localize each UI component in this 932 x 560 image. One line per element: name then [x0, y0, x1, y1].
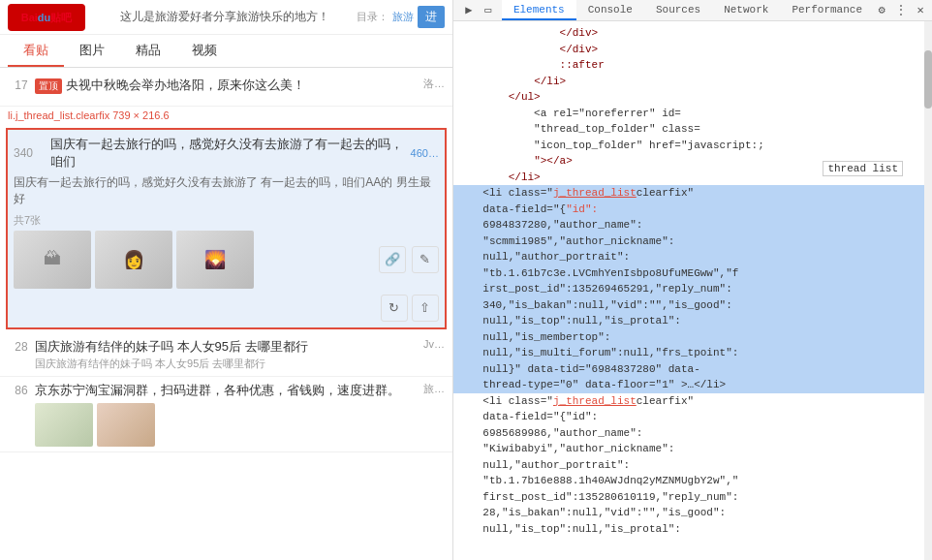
tab-image[interactable]: 图片	[64, 36, 120, 67]
code-line: <li class=" j_thread_list clearfix"	[453, 393, 932, 410]
tab-console[interactable]: Console	[576, 0, 644, 20]
thread-4-content: 京东苏宁淘宝漏洞群，扫码进群，各种优惠，省钱购，速度进群。	[35, 382, 416, 447]
code-line: "Kiwibabyi","author_nickname":	[453, 441, 932, 457]
tab-see[interactable]: 看贴	[8, 36, 64, 67]
thread-4-img-1	[35, 403, 93, 447]
header-subtitle: 这儿是旅游爱好者分享旅游快乐的地方！	[93, 9, 357, 25]
share-button[interactable]: 🔗	[379, 246, 406, 273]
code-line: null,"is_multi_forum":null,"frs_tpoint":	[453, 345, 932, 361]
code-line: 6984837280,"author_name":	[453, 217, 932, 233]
tab-network[interactable]: Network	[712, 0, 780, 20]
code-line: "tb.1.7b16e888.1h40AWJdnq2yMZNMUgbY2w","	[453, 473, 932, 489]
hl-reply-count: 340	[14, 146, 43, 160]
tab-featured[interactable]: 精品	[120, 36, 176, 67]
thread-3-content: 国庆旅游有结伴的妹子吗 本人女95后 去哪里都行 国庆旅游有结伴的妹子吗 本人女…	[35, 338, 416, 371]
thread-reply-count: 17	[8, 77, 35, 92]
code-line: "icon_top_folder" href="javascript:;	[453, 138, 932, 154]
tab-sources[interactable]: Sources	[644, 0, 712, 20]
edit-button[interactable]: ✎	[412, 246, 439, 273]
content-area: 17 置顶 央视中秋晚会举办地洛阳，原来你这么美！ 洛… li.j_thread…	[0, 68, 452, 560]
baidu-logo: Baidu贴吧	[8, 4, 85, 31]
code-line: null,"is_top":null,"is_protal":	[453, 313, 932, 329]
thread-title[interactable]: 央视中秋晚会举办地洛阳，原来你这么美！	[66, 77, 416, 94]
scrollbar-thumb[interactable]	[924, 50, 932, 109]
thread-row-4: 86 京东苏宁淘宝漏洞群，扫码进群，各种优惠，省钱购，速度进群。 旅…	[0, 377, 452, 452]
thread-row: 17 置顶 央视中秋晚会举办地洛阳，原来你这么美！ 洛…	[0, 72, 452, 107]
element-selector-info: li.j_thread_list.clearfix 739 × 216.6	[8, 109, 170, 121]
devtools-actions: ⚙ ⋮ ✕	[874, 0, 932, 20]
thread-image-3: 🌄	[176, 231, 254, 289]
header-right: 目录： 旅游 进	[357, 6, 445, 28]
code-line: first_post_id":135280610119,"reply_num":	[453, 489, 932, 506]
device-icon[interactable]: ▭	[481, 3, 496, 18]
tab-performance[interactable]: Performance	[780, 0, 874, 20]
thread-list-annotation: thread list	[823, 161, 903, 176]
logo-text: Baidu贴吧	[21, 10, 73, 25]
left-panel: Baidu贴吧 这儿是旅游爱好者分享旅游快乐的地方！ 目录： 旅游 进 看贴 图…	[0, 0, 453, 560]
code-line: "scmmi1985","author_nickname":	[453, 233, 932, 250]
hl-excerpt: 国庆有一起去旅行的吗，感觉好久没有去旅游了 有一起去的吗，咱们AA的 男生最好	[14, 174, 439, 207]
devtools-tabs: ▶ ▭ Elements Console Sources Network Per…	[453, 0, 932, 21]
code-line: irst_post_id":135269465291,"reply_num":	[453, 281, 932, 297]
nav-tabs: 看贴 图片 精品 视频	[0, 35, 452, 68]
code-line: null}" data-tid="6984837280" data-	[453, 361, 932, 378]
code-line: "thread_top_folder" class=	[453, 121, 932, 138]
code-line: </div>	[453, 25, 932, 42]
more-icon[interactable]: ⋮	[893, 3, 909, 18]
dir-label: 目录：	[357, 10, 388, 24]
refresh-button[interactable]: ↻	[381, 295, 408, 322]
thread-badge-sticky: 置顶	[35, 78, 62, 94]
element-info-row: li.j_thread_list.clearfix 739 × 216.6	[0, 107, 452, 124]
thread-title-4[interactable]: 京东苏宁淘宝漏洞群，扫码进群，各种优惠，省钱购，速度进群。	[35, 382, 416, 399]
code-line: </div>	[453, 42, 932, 58]
thread-author-3: Jv…	[416, 338, 445, 350]
code-line: <a rel="noreferrer" id=	[453, 106, 932, 122]
scrollbar-track[interactable]	[924, 21, 932, 560]
code-line: null,"author_portrait":	[453, 457, 932, 474]
code-line: 28,"is_bakan":null,"vid":"","is_good":	[453, 505, 932, 521]
thread-image-1: 🏔	[14, 231, 91, 289]
thread-title-3[interactable]: 国庆旅游有结伴的妹子吗 本人女95后 去哪里都行	[35, 338, 416, 356]
thread-4-img-2	[97, 403, 155, 447]
highlighted-thread-content: 340 国庆有一起去旅行的吗，感觉好久没有去旅游了有一起去的吗，咱们 460… …	[14, 136, 439, 322]
hl-title[interactable]: 国庆有一起去旅行的吗，感觉好久没有去旅游了有一起去的吗，咱们	[50, 136, 411, 171]
thread-excerpt-3: 国庆旅游有结伴的妹子吗 本人女95后 去哪里都行	[35, 357, 416, 371]
code-line: data-field="{"id":	[453, 202, 932, 218]
code-line: null,"author_portrait":	[453, 249, 932, 265]
code-line: </li>	[453, 74, 932, 90]
thread-author: 洛…	[416, 77, 445, 91]
thread-reply-count-4: 86	[8, 382, 35, 397]
thread-row-highlighted: 340 国庆有一起去旅行的吗，感觉好久没有去旅游了有一起去的吗，咱们 460… …	[6, 128, 447, 329]
code-line: null,"is_membertop":	[453, 329, 932, 346]
code-line: 340,"is_bakan":null,"vid":"","is_good":	[453, 297, 932, 314]
devtools-code-area: </div> </div> ::after </li> </ul> <a rel…	[453, 21, 932, 560]
code-line: thread-type="0" data-floor="1" >…</li>	[453, 377, 932, 393]
hl-author: 460…	[411, 147, 439, 159]
hl-img-count: 共7张	[14, 213, 439, 228]
code-line: <li class=" j_thread_list clearfix"	[453, 185, 932, 202]
code-line: "tb.1.61b7c3e.LVCmhYenIsbpo8UfuMEGww","f	[453, 265, 932, 282]
thread-reply-count-3: 28	[8, 338, 35, 354]
thread-row-3: 28 国庆旅游有结伴的妹子吗 本人女95后 去哪里都行 国庆旅游有结伴的妹子吗 …	[0, 333, 452, 377]
code-line: 6985689986,"author_name":	[453, 425, 932, 442]
header: Baidu贴吧 这儿是旅游爱好者分享旅游快乐的地方！ 目录： 旅游 进	[0, 0, 452, 35]
up-button[interactable]: ⇧	[412, 295, 439, 322]
tab-elements[interactable]: Elements	[502, 0, 576, 20]
tab-video[interactable]: 视频	[176, 36, 233, 67]
hl-header: 340 国庆有一起去旅行的吗，感觉好久没有去旅游了有一起去的吗，咱们 460…	[14, 136, 439, 171]
devtools-icons-left: ▶ ▭	[461, 0, 496, 20]
enter-button[interactable]: 进	[418, 6, 445, 28]
code-line: ::after	[453, 57, 932, 74]
thread-image-2: 👩	[95, 231, 172, 289]
code-line: </ul>	[453, 89, 932, 106]
code-line: data-field="{"id":	[453, 409, 932, 425]
code-line: null,"is_top":null,"is_protal":	[453, 521, 932, 538]
inspect-icon[interactable]: ▶	[461, 3, 477, 18]
devtools-panel: ▶ ▭ Elements Console Sources Network Per…	[453, 0, 932, 560]
thread-author-4: 旅…	[416, 382, 445, 396]
hl-images: 🏔 👩 🌄 🔗 ✎	[14, 231, 439, 289]
settings-icon[interactable]: ⚙	[874, 3, 889, 18]
thread-4-images	[35, 403, 416, 447]
close-icon[interactable]: ✕	[913, 3, 928, 18]
dir-link[interactable]: 旅游	[392, 10, 414, 24]
